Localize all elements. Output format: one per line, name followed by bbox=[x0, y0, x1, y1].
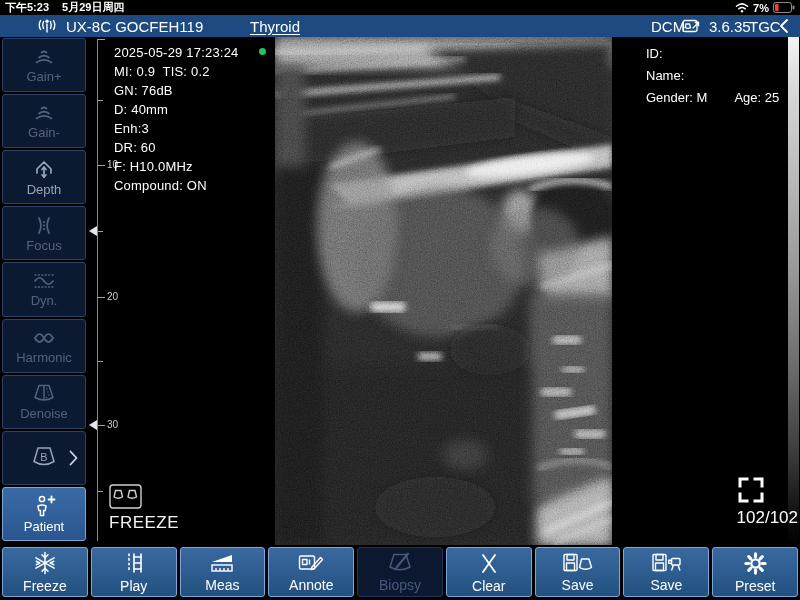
depth-icon bbox=[31, 158, 57, 181]
save-cine-button[interactable]: Save bbox=[623, 547, 709, 597]
clear-x-icon bbox=[478, 551, 500, 576]
sidebar-item-focus[interactable]: Focus bbox=[2, 206, 86, 260]
sidebar-item-b-mode[interactable]: B bbox=[2, 431, 86, 485]
ruler-label-20: 20 bbox=[107, 292, 118, 302]
toolbar-button-label: Preset bbox=[735, 578, 775, 594]
toolbar-button-label: Freeze bbox=[23, 578, 67, 594]
enhance-text: Enh:3 bbox=[114, 119, 239, 138]
toolbar-button-label: Clear bbox=[472, 578, 505, 594]
sidebar-item-dynamic-range[interactable]: Dyn. bbox=[2, 262, 86, 316]
left-control-sidebar: Gain+ Gain- Depth bbox=[0, 37, 88, 542]
sidebar-item-patient[interactable]: Patient bbox=[2, 487, 86, 541]
wireless-probe-icon bbox=[36, 18, 58, 34]
grayscale-map-bar bbox=[788, 37, 799, 545]
focus-marker-icon bbox=[89, 420, 97, 430]
dynamic-range-icon bbox=[31, 270, 57, 292]
patient-icon bbox=[30, 494, 58, 518]
measure-ruler-icon bbox=[208, 551, 236, 575]
save-cine-icon bbox=[651, 552, 682, 575]
sidebar-item-label: Denoise bbox=[20, 406, 68, 421]
patient-id-label: ID: bbox=[646, 43, 779, 65]
gain-plus-icon bbox=[31, 46, 57, 68]
imaging-viewport: 10 20 30 2025-05-29 17:23:24 MI: 0.9 TIS… bbox=[88, 37, 800, 545]
gain-text: GN: 76dB bbox=[114, 81, 239, 100]
gain-minus-icon bbox=[31, 102, 57, 124]
denoise-icon bbox=[31, 382, 57, 405]
device-name: UX-8C GOCFEH119 bbox=[66, 15, 203, 37]
dcm-label[interactable]: DCM bbox=[651, 15, 685, 37]
toolbar-button-label: Save bbox=[650, 577, 682, 593]
sidebar-item-depth[interactable]: Depth bbox=[2, 150, 86, 204]
annotation-pencil-icon bbox=[297, 551, 325, 575]
biopsy-needle-icon bbox=[387, 551, 413, 575]
sidebar-item-gain-plus[interactable]: Gain+ bbox=[2, 38, 86, 92]
harmonic-icon bbox=[31, 327, 57, 349]
svg-text:B: B bbox=[40, 450, 47, 462]
ruler-tick bbox=[98, 361, 103, 362]
patient-name-label: Name: bbox=[646, 65, 779, 87]
freeze-status-text: FREEZE bbox=[109, 513, 179, 533]
system-time: 下午5:23 bbox=[5, 0, 49, 15]
datetime-text: 2025-05-29 17:23:24 bbox=[114, 43, 239, 62]
frequency-text: F: H10.0MHz bbox=[114, 157, 239, 176]
patient-info-block: ID: Name: Gender: M Age: 25 bbox=[646, 43, 779, 109]
annote-button[interactable]: Annote bbox=[268, 547, 354, 597]
sidebar-item-label: Harmonic bbox=[16, 350, 72, 365]
sidebar-item-label: Depth bbox=[27, 182, 62, 197]
toolbar-button-label: Meas bbox=[205, 577, 239, 593]
toolbar-button-label: Biopsy bbox=[379, 577, 421, 593]
preset-gear-icon bbox=[743, 551, 768, 576]
acquisition-info-overlay: 2025-05-29 17:23:24 MI: 0.9 TIS: 0.2 GN:… bbox=[114, 43, 239, 195]
compound-text: Compound: ON bbox=[114, 176, 239, 195]
ruler-label-30: 30 bbox=[107, 420, 118, 430]
snowflake-icon bbox=[32, 550, 58, 576]
sidebar-item-label: Gain- bbox=[28, 125, 60, 140]
system-status-bar: 下午5:23 5月29日周四 7% bbox=[0, 0, 800, 15]
film-strip-icon bbox=[121, 550, 147, 576]
app-title-bar: UX-8C GOCFEH119 Thyroid DCM 3.6.35 TGC bbox=[0, 15, 800, 37]
status-indicator-dot bbox=[259, 48, 266, 55]
ruler-tick bbox=[98, 165, 105, 166]
sidebar-item-denoise[interactable]: Denoise bbox=[2, 375, 86, 429]
patient-gender: Gender: M bbox=[646, 87, 707, 109]
dcm-export-icon[interactable] bbox=[682, 15, 702, 37]
ultrasound-app-screen: 下午5:23 5月29日周四 7% bbox=[0, 0, 800, 600]
frame-counter-block: 102/102 bbox=[737, 476, 799, 528]
exam-preset-selector[interactable]: Thyroid bbox=[250, 15, 300, 37]
patient-age: Age: 25 bbox=[734, 87, 779, 109]
wifi-icon bbox=[735, 2, 749, 13]
preset-button[interactable]: Preset bbox=[712, 547, 798, 597]
tgc-label[interactable]: TGC bbox=[749, 15, 781, 37]
frame-counter-text: 102/102 bbox=[737, 508, 799, 528]
sidebar-item-harmonic[interactable]: Harmonic bbox=[2, 319, 86, 373]
ultrasound-image[interactable] bbox=[275, 37, 612, 545]
battery-icon bbox=[773, 2, 795, 13]
sidebar-item-label: Gain+ bbox=[26, 69, 61, 84]
sidebar-item-label: Patient bbox=[24, 519, 64, 534]
toolbar-button-label: Play bbox=[120, 578, 147, 594]
save-image-button[interactable]: Save bbox=[535, 547, 621, 597]
sidebar-item-label: Dyn. bbox=[31, 293, 58, 308]
dynamic-range-text: DR: 60 bbox=[114, 138, 239, 157]
ruler-tick bbox=[98, 297, 105, 298]
fullscreen-brackets-icon[interactable] bbox=[737, 476, 765, 504]
focus-icon bbox=[31, 214, 57, 237]
play-button[interactable]: Play bbox=[91, 547, 177, 597]
save-image-icon bbox=[562, 552, 593, 575]
biopsy-button[interactable]: Biopsy bbox=[357, 547, 443, 597]
freeze-indicator: FREEZE bbox=[109, 484, 179, 533]
chevron-right-icon bbox=[69, 450, 78, 466]
toolbar-button-label: Annote bbox=[289, 577, 333, 593]
meas-button[interactable]: Meas bbox=[180, 547, 266, 597]
ruler-tick bbox=[98, 231, 103, 232]
battery-percent: 7% bbox=[753, 2, 769, 14]
ruler-tick bbox=[98, 39, 105, 40]
freeze-button[interactable]: Freeze bbox=[2, 547, 88, 597]
sidebar-item-gain-minus[interactable]: Gain- bbox=[2, 94, 86, 148]
ruler-tick bbox=[98, 491, 103, 492]
bottom-toolbar: Freeze Play Meas bbox=[0, 545, 800, 600]
app-version: 3.6.35 bbox=[709, 15, 751, 37]
chevron-left-icon[interactable] bbox=[779, 15, 789, 37]
dual-display-icon[interactable] bbox=[109, 484, 142, 510]
clear-button[interactable]: Clear bbox=[446, 547, 532, 597]
